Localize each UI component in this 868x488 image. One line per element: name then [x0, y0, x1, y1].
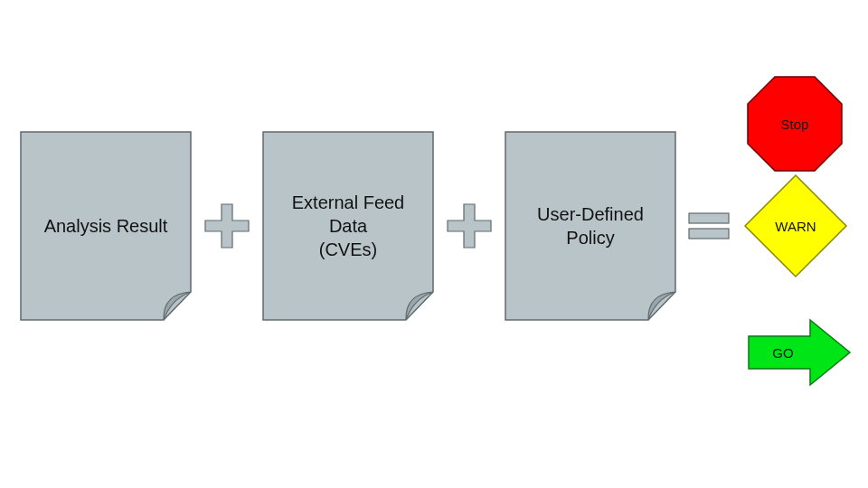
- doc-analysis-result: Analysis Result: [20, 131, 192, 321]
- doc-label: Analysis Result: [20, 131, 192, 321]
- diagram-stage: Analysis Result External Feed Data(CVEs)…: [0, 0, 868, 488]
- outcome-stop: Stop: [745, 74, 844, 174]
- outcome-go-label: GO: [729, 316, 837, 389]
- equals-icon: [687, 204, 731, 248]
- svg-rect-0: [689, 213, 729, 223]
- plus-icon: [203, 202, 250, 249]
- outcome-warn-label: WARN: [741, 172, 850, 280]
- doc-label: User-Defined Policy: [505, 131, 676, 321]
- outcome-go: GO: [745, 316, 854, 389]
- outcome-stop-label: Stop: [745, 74, 844, 174]
- svg-rect-1: [689, 229, 729, 239]
- outcome-warn: WARN: [741, 172, 850, 280]
- doc-external-feed: External Feed Data(CVEs): [262, 131, 434, 321]
- doc-user-policy: User-Defined Policy: [505, 131, 676, 321]
- plus-icon: [446, 202, 493, 249]
- doc-label: External Feed Data(CVEs): [262, 131, 434, 321]
